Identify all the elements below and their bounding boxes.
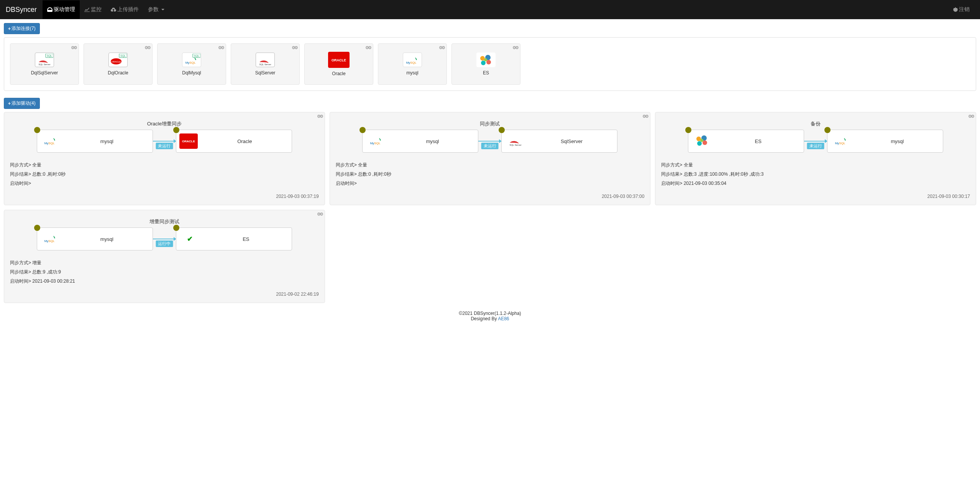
- footer: ©2021 DBSyncer(1.1.2-Alpha) Designed By …: [0, 307, 980, 325]
- run-status-badge: 未运行: [807, 143, 824, 149]
- add-driver-button[interactable]: + 添加驱动(4): [4, 98, 40, 109]
- navbar: DBSyncer 驱动管理 监控 上传插件 参数 注销: [0, 0, 980, 19]
- svg-text:MySQL: MySQL: [44, 239, 55, 243]
- run-status-badge: 未运行: [481, 143, 499, 149]
- svg-rect-0: [955, 7, 955, 10]
- nav-logout[interactable]: 注销: [949, 0, 974, 19]
- sync-result: 同步结果> 总数:3 ,进度:100.00% ,耗时:0秒 ,成功:3: [661, 171, 970, 178]
- connection-card[interactable]: ⚙⚙SQLSQL ServerDqlSqlServer: [10, 43, 79, 85]
- nav-label: 驱动管理: [54, 6, 75, 13]
- status-dot-icon: [359, 127, 366, 133]
- svg-point-26: [700, 139, 703, 142]
- status-dot-icon: [173, 127, 179, 133]
- driver-timestamp: 2021-09-03 00:37:19: [10, 194, 319, 199]
- source-node[interactable]: MySQLmysql: [37, 130, 153, 153]
- gear-icon[interactable]: ⚙⚙: [144, 45, 150, 50]
- target-node[interactable]: ORACLEOracle: [176, 130, 292, 153]
- status-dot-icon: [824, 127, 831, 133]
- driver-title: 备份: [661, 120, 970, 127]
- gear-icon[interactable]: ⚙⚙: [512, 45, 518, 50]
- arrow-icon: [478, 141, 501, 142]
- sync-mode: 同步方式> 全量: [336, 162, 645, 168]
- driver-card[interactable]: ⚙⚙同步测试MySQLmysql未运行SQL ServerSqlServer同步…: [330, 112, 651, 205]
- svg-point-24: [703, 140, 707, 145]
- target-label: mysql: [852, 138, 943, 144]
- brand[interactable]: DBSyncer: [6, 6, 37, 14]
- source-label: mysql: [387, 138, 478, 144]
- plus-icon: +: [8, 26, 11, 31]
- status-dot-icon: [34, 225, 40, 231]
- connection-card[interactable]: ⚙⚙ES: [451, 43, 520, 85]
- svg-point-18: [484, 58, 487, 61]
- svg-text:ORACLE: ORACLE: [332, 58, 346, 62]
- connection-card[interactable]: ⚙⚙ORACLEOracle: [304, 43, 373, 85]
- driver-title: 同步测试: [336, 120, 645, 127]
- drivers-panel: ⚙⚙Oracle增量同步MySQLmysql未运行ORACLEOracle同步方…: [4, 112, 976, 303]
- target-label: SqlServer: [526, 138, 617, 144]
- svg-text:SQL Server: SQL Server: [259, 63, 271, 66]
- driver-timestamp: 2021-09-03 00:37:00: [336, 194, 645, 199]
- plus-icon: +: [8, 101, 11, 106]
- nav-drive-mgmt[interactable]: 驱动管理: [43, 0, 80, 19]
- svg-text:SQL: SQL: [120, 54, 126, 58]
- svg-text:SQL: SQL: [47, 54, 52, 58]
- svg-text:MySQL: MySQL: [370, 142, 381, 145]
- gear-icon[interactable]: ⚙⚙: [365, 45, 371, 50]
- gear-icon[interactable]: ⚙⚙: [642, 114, 648, 119]
- nav-params[interactable]: 参数: [143, 0, 169, 19]
- target-node[interactable]: ✔ES: [176, 227, 292, 250]
- connection-card[interactable]: ⚙⚙SQL ServerSqlServer: [231, 43, 300, 85]
- gear-icon[interactable]: ⚙⚙: [292, 45, 297, 50]
- status-dot-icon: [499, 127, 505, 133]
- svg-text:SQL Server: SQL Server: [38, 63, 50, 66]
- connection-label: ES: [483, 70, 489, 76]
- connection-label: DqlSqlServer: [31, 70, 58, 76]
- status-dot-icon: [685, 127, 691, 133]
- button-label: 添加连接(7): [11, 25, 36, 32]
- source-node[interactable]: ES: [688, 130, 804, 153]
- connection-label: DqlMysql: [182, 70, 201, 76]
- driver-title: Oracle增量同步: [10, 120, 319, 127]
- connection-card[interactable]: ⚙⚙MySQLmysql: [378, 43, 447, 85]
- target-node[interactable]: MySQLmysql: [827, 130, 943, 153]
- nav-upload-plugin[interactable]: 上传插件: [106, 0, 143, 19]
- nav-label: 上传插件: [117, 6, 139, 13]
- driver-card[interactable]: ⚙⚙Oracle增量同步MySQLmysql未运行ORACLEOracle同步方…: [4, 112, 325, 205]
- svg-text:MySQL: MySQL: [835, 142, 845, 145]
- start-time: 启动时间> 2021-09-03 00:28:21: [10, 278, 319, 285]
- button-label: 添加驱动(4): [11, 100, 36, 107]
- footer-copyright: ©2021 DBSyncer(1.1.2-Alpha): [0, 311, 980, 316]
- source-node[interactable]: MySQLmysql: [37, 227, 153, 250]
- start-time: 启动时间>: [10, 180, 319, 187]
- add-connection-button[interactable]: + 添加连接(7): [4, 23, 40, 34]
- sync-mode: 同步方式> 全量: [661, 162, 970, 168]
- nav-label: 注销: [959, 6, 970, 13]
- gear-icon[interactable]: ⚙⚙: [71, 45, 76, 50]
- svg-text:SQL Server: SQL Server: [509, 144, 521, 146]
- footer-designer-link[interactable]: AE86: [498, 316, 509, 321]
- target-label: ES: [200, 236, 292, 242]
- driver-card[interactable]: ⚙⚙备份ES未运行MySQLmysql同步方式> 全量同步结果> 总数:3 ,进…: [655, 112, 976, 205]
- connection-label: mysql: [406, 70, 418, 76]
- nav-monitor[interactable]: 监控: [80, 0, 106, 19]
- source-label: ES: [712, 138, 804, 144]
- driver-title: 增量同步测试: [10, 218, 319, 225]
- connection-label: DqlOracle: [108, 70, 128, 76]
- source-node[interactable]: MySQLmysql: [362, 130, 478, 153]
- driver-timestamp: 2021-09-02 22:46:19: [10, 291, 319, 297]
- arrow-icon: [804, 141, 827, 142]
- driver-card[interactable]: ⚙⚙增量同步测试MySQLmysql运行中✔ES同步方式> 增量同步结果> 总数…: [4, 210, 325, 303]
- gear-icon[interactable]: ⚙⚙: [218, 45, 223, 50]
- status-dot-icon: [34, 127, 40, 133]
- gear-icon[interactable]: ⚙⚙: [317, 114, 322, 119]
- status-dot-icon: [173, 225, 179, 231]
- target-node[interactable]: SQL ServerSqlServer: [501, 130, 617, 153]
- dashboard-icon: [47, 7, 53, 12]
- sync-result: 同步结果> 总数:0 ,耗时:0秒: [10, 171, 319, 178]
- connection-card[interactable]: ⚙⚙SQLORACLEDqlOracle: [84, 43, 153, 85]
- gear-icon[interactable]: ⚙⚙: [968, 114, 973, 119]
- driver-timestamp: 2021-09-03 00:30:17: [661, 194, 970, 199]
- gear-icon[interactable]: ⚙⚙: [317, 212, 322, 217]
- gear-icon[interactable]: ⚙⚙: [439, 45, 444, 50]
- connection-card[interactable]: ⚙⚙SQLMySQLDqlMysql: [157, 43, 226, 85]
